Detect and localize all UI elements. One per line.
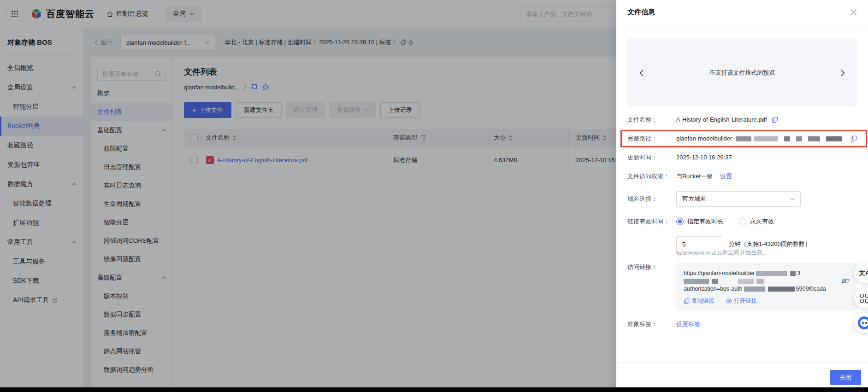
url-fragment: 5909f0cada bbox=[796, 285, 826, 293]
url-actions: 复制链接 打开链接 bbox=[684, 297, 850, 305]
open-link-button[interactable]: 打开链接 bbox=[726, 297, 757, 305]
domain-value: 官方域名 bbox=[682, 195, 706, 203]
field-object-tags: 对象标签： 设置标签 bbox=[627, 320, 857, 328]
url-fragment: authorization=bos-auth bbox=[684, 285, 743, 293]
redaction-block bbox=[756, 279, 764, 284]
acl-settings-link[interactable]: 设置 bbox=[720, 172, 732, 181]
redaction-block bbox=[744, 287, 765, 292]
bottom-black-bar bbox=[0, 387, 868, 392]
redaction-block bbox=[712, 279, 718, 284]
url-line: https://qianfan-modelbuilder 3 bbox=[684, 269, 850, 277]
close-icon[interactable] bbox=[850, 9, 857, 16]
radio-option-fixed-duration[interactable]: 指定有效时长 bbox=[676, 217, 723, 226]
url-line: df? bbox=[684, 277, 850, 285]
modal-dim-overlay[interactable] bbox=[0, 0, 616, 392]
file-preview: 不支持该文件格式的预览 bbox=[627, 38, 857, 107]
field-duration: 分钟（支持1-43200间的整数） bbox=[627, 236, 857, 252]
redaction-block bbox=[826, 136, 842, 141]
domain-select[interactable]: 官方域名 bbox=[676, 191, 801, 207]
field-domain: 域名选择： 官方域名 bbox=[627, 191, 857, 207]
copy-file-name-icon[interactable] bbox=[772, 117, 778, 123]
redaction-block bbox=[684, 279, 709, 284]
url-fragment: df? bbox=[842, 277, 850, 285]
field-expiry: 链接有效时间： 指定有效时长 永久有效 bbox=[627, 217, 857, 226]
copy-full-path-icon[interactable] bbox=[850, 135, 857, 142]
close-button[interactable]: 关闭 bbox=[830, 370, 861, 385]
redaction-block bbox=[754, 136, 778, 141]
floating-toolbar: 文A bbox=[854, 263, 868, 333]
field-access-link: 访问链接： https://qianfan-modelbuilder 3 bbox=[627, 263, 857, 310]
url-fragment: 3 bbox=[797, 269, 800, 277]
radio-label: 永久有效 bbox=[750, 217, 774, 226]
file-name-label: 文件名称： bbox=[627, 116, 676, 124]
redaction-block bbox=[756, 271, 787, 276]
acl-label: 文件访问权限： bbox=[627, 172, 676, 181]
object-tags-label: 对象标签： bbox=[627, 320, 676, 328]
copy-link-button[interactable]: 复制链接 bbox=[684, 297, 714, 305]
assistant-robot-icon bbox=[858, 316, 868, 329]
eye-icon bbox=[726, 298, 732, 304]
redaction-block bbox=[796, 136, 802, 141]
field-file-name: 文件名称： A-History-of-English-Literature.pd… bbox=[627, 116, 857, 124]
field-full-path: 完整路径： qianfan-modelbuilder- bbox=[627, 135, 857, 143]
panel-header: 文件信息 bbox=[616, 0, 868, 24]
updated-time-label: 更新时间： bbox=[627, 153, 676, 162]
redaction-block bbox=[736, 136, 751, 141]
mini-program-icon bbox=[860, 294, 868, 303]
panel-title: 文件信息 bbox=[627, 8, 655, 17]
mini-program-button[interactable] bbox=[854, 288, 868, 308]
file-name-value: A-History-of-English-Literature.pdf bbox=[676, 116, 767, 124]
field-acl: 文件访问权限： 与Bucket一致 设置 bbox=[627, 172, 857, 181]
radio-unselected-icon bbox=[739, 218, 746, 225]
duration-unit-text: 分钟（支持1-43200间的整数） bbox=[729, 236, 811, 252]
panel-body: 不支持该文件格式的预览 文件名称： A-History-of-English-L… bbox=[616, 24, 868, 328]
acl-value: 与Bucket一致 bbox=[676, 172, 713, 181]
preview-unsupported-text: 不支持该文件格式的预览 bbox=[644, 69, 841, 77]
access-link-box: https://qianfan-modelbuilder 3 df? bbox=[676, 263, 857, 310]
duration-input[interactable] bbox=[676, 236, 722, 252]
redaction-block bbox=[768, 287, 795, 292]
translate-icon: 文A bbox=[859, 269, 868, 277]
updated-time-value: 2025-12-10 16:26:37 bbox=[676, 153, 732, 162]
field-updated-time: 更新时间： 2025-12-10 16:26:37 bbox=[627, 153, 857, 162]
radio-selected-icon bbox=[676, 218, 684, 225]
open-link-label: 打开链接 bbox=[734, 297, 757, 305]
app-root: 百度智能云 控制台总览 全局 对象存储 BOS 全局概览 全局设置 智能分层 B… bbox=[0, 0, 868, 392]
full-path-value: qianfan-modelbuilder- bbox=[676, 135, 734, 143]
radio-label: 指定有效时长 bbox=[687, 217, 723, 226]
set-tags-link[interactable]: 设置标签 bbox=[676, 320, 700, 328]
redaction-block bbox=[808, 136, 820, 141]
file-fields: 文件名称： A-History-of-English-Literature.pd… bbox=[627, 116, 857, 328]
access-link-label: 访问链接： bbox=[627, 263, 676, 271]
url-fragment: https://qianfan-modelbuilder bbox=[684, 269, 755, 277]
radio-option-permanent[interactable]: 永久有效 bbox=[739, 217, 774, 226]
url-line: authorization=bos-auth 5909f0cada bbox=[684, 285, 850, 293]
copy-icon bbox=[684, 298, 690, 304]
chevron-down-icon bbox=[790, 198, 795, 200]
expiry-label: 链接有效时间： bbox=[627, 217, 676, 226]
redaction-block bbox=[784, 136, 790, 141]
file-info-panel: 文件信息 不支持该文件格式的预览 文件名称： A-History-of-Engl… bbox=[616, 0, 868, 392]
redaction-block bbox=[790, 271, 796, 276]
next-file-arrow-icon[interactable] bbox=[841, 70, 845, 76]
domain-label: 域名选择： bbox=[627, 191, 676, 207]
assistant-button[interactable] bbox=[854, 313, 868, 333]
translate-button[interactable]: 文A bbox=[854, 263, 868, 283]
full-path-label: 完整路径： bbox=[627, 135, 676, 143]
copy-link-label: 复制链接 bbox=[691, 297, 714, 305]
prev-file-arrow-icon[interactable] bbox=[639, 70, 644, 76]
redaction-block bbox=[738, 279, 754, 284]
